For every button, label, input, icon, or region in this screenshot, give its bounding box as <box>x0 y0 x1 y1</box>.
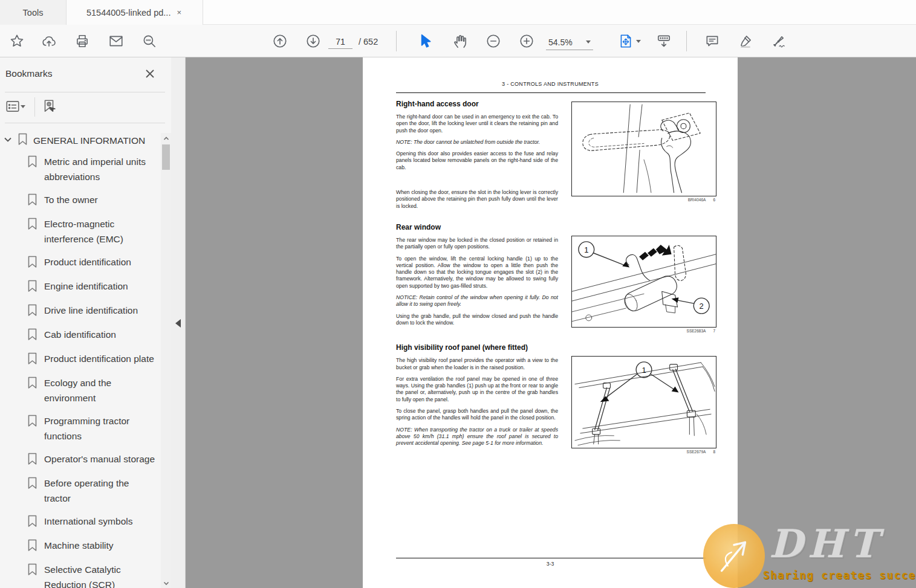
bookmark-item-label: Metric and imperial units abbreviations <box>44 154 158 184</box>
watermark-logo-text: DHT <box>769 521 883 566</box>
share-upload-icon[interactable] <box>41 33 57 49</box>
toolbar-divider <box>396 31 397 51</box>
section-heading: Rear window <box>396 223 558 231</box>
figure-access-door: BRI4046A 6 <box>571 102 716 202</box>
bookmark-item-label: Cab identification <box>44 327 116 342</box>
bookmark-item[interactable]: Electro-magnetic interference (EMC) <box>0 216 160 254</box>
bookmarks-panel-title: Bookmarks <box>5 68 53 79</box>
bookmark-item[interactable]: Cab identification <box>0 327 160 351</box>
hide-toolbar-icon[interactable] <box>656 33 672 49</box>
bookmark-item-label: Before operating the tractor <box>44 476 158 506</box>
bookmark-item-label: Programming tractor functions <box>44 413 158 444</box>
zoom-in-icon[interactable] <box>519 33 534 49</box>
bookmarks-close-icon[interactable] <box>145 68 155 79</box>
select-tool-cursor-icon[interactable] <box>417 33 433 49</box>
previous-page-icon[interactable] <box>272 33 288 49</box>
bookmark-options-icon[interactable] <box>5 99 21 114</box>
bookmark-item[interactable]: Engine identification <box>0 279 160 303</box>
divider <box>5 123 165 123</box>
fit-page-chevron-icon[interactable] <box>636 40 641 43</box>
zoom-level-dropdown[interactable]: 54.5% <box>546 34 593 50</box>
sign-pen-icon[interactable] <box>771 33 787 49</box>
figure-code: SSE2683A <box>687 329 706 333</box>
figure-code: BRI4046A <box>688 198 706 202</box>
watermark-logo-circle <box>703 524 765 588</box>
pdf-page: 3 - CONTROLS AND INSTRUMENTS Right-hand … <box>363 57 738 588</box>
bookmark-icon <box>27 351 37 367</box>
tab-close-icon[interactable]: × <box>175 8 183 17</box>
bookmark-item[interactable]: Ecology and the environment <box>0 375 160 413</box>
bookmark-item-label: Engine identification <box>44 279 128 294</box>
bookmark-icon <box>27 327 37 343</box>
text-column: Right-hand access doorThe right-hand doo… <box>396 100 558 452</box>
paragraph: For extra ventilation the roof panel may… <box>396 376 558 403</box>
paragraph: NOTE: When transporting the tractor on a… <box>396 427 558 447</box>
hand-tool-icon[interactable] <box>452 33 468 49</box>
paragraph: To open the window, lift the central loc… <box>396 256 558 289</box>
expand-current-bookmark-icon[interactable] <box>41 99 57 114</box>
bookmark-icon <box>27 216 37 233</box>
figure-rear-window: 1 2 SSE2683A 7 <box>571 236 716 333</box>
tab-tools[interactable]: Tools <box>0 0 67 25</box>
bookmark-item-label: To the owner <box>44 192 98 207</box>
figure-roof-panel: 1 SSE2679A 8 <box>571 356 716 454</box>
bookmark-item-label: Selective Catalytic Reduction (SCR) <box>44 562 158 588</box>
figure-code: SSE2679A <box>687 450 706 454</box>
bookmark-item-label: Ecology and the environment <box>44 375 158 405</box>
favorites-star-icon[interactable] <box>9 33 25 49</box>
bookmark-item[interactable]: Before operating the tractor <box>0 476 160 514</box>
bookmark-root-label: GENERAL INFORMATION <box>33 135 145 146</box>
figure-number: 7 <box>713 329 715 333</box>
next-page-icon[interactable] <box>305 33 321 49</box>
bookmark-root-general-information[interactable]: GENERAL INFORMATION <box>4 133 158 148</box>
bookmark-item-label: Product identification plate <box>44 351 154 366</box>
bookmark-icon <box>27 254 37 271</box>
tab-document[interactable]: 51544005-linked pd... × <box>67 0 203 25</box>
email-icon[interactable] <box>108 33 124 49</box>
bookmark-item[interactable]: Metric and imperial units abbreviations <box>0 154 160 192</box>
collapse-panel-icon[interactable] <box>175 319 181 328</box>
paragraph: Opening this door also provides easier a… <box>396 150 558 171</box>
fit-page-icon[interactable] <box>618 33 634 49</box>
scroll-down-icon[interactable] <box>161 578 171 588</box>
paragraph: NOTICE: Retain control of the window whe… <box>396 294 558 308</box>
find-search-icon[interactable] <box>141 33 157 49</box>
scrollbar-thumb[interactable] <box>162 144 170 170</box>
bookmark-item[interactable]: Programming tractor functions <box>0 413 160 451</box>
highlighter-icon[interactable] <box>738 33 753 49</box>
rear-window-illustration: 1 2 <box>572 236 716 326</box>
bookmark-item[interactable]: Operator's manual storage <box>0 451 160 476</box>
bookmark-item[interactable]: Product identification plate <box>0 351 160 375</box>
bookmark-icon <box>27 562 37 578</box>
tab-document-label: 51544005-linked pd... <box>86 8 171 18</box>
document-section: Rear windowThe rear window may be locked… <box>396 223 558 326</box>
zoom-out-icon[interactable] <box>486 33 501 49</box>
scroll-up-icon[interactable] <box>161 133 171 143</box>
bookmark-icon <box>27 192 37 208</box>
bookmark-icon <box>27 375 37 392</box>
page-number-input[interactable] <box>328 34 352 49</box>
bookmark-item[interactable]: International symbols <box>0 514 160 538</box>
sidebar-scrollbar[interactable] <box>161 133 171 588</box>
bookmark-item[interactable]: To the owner <box>0 192 160 216</box>
bookmark-options-chevron-icon[interactable] <box>21 105 25 108</box>
roof-panel-illustration: 1 <box>572 357 716 447</box>
bookmark-item-label: International symbols <box>44 514 132 529</box>
panel-splitter[interactable] <box>171 57 186 588</box>
watermark-tagline: Sharing creates success <box>763 569 916 581</box>
bookmark-item[interactable]: Machine stability <box>0 538 160 562</box>
svg-text:2: 2 <box>700 302 704 311</box>
bookmark-icon <box>27 451 37 468</box>
bookmark-item[interactable]: Selective Catalytic Reduction (SCR) <box>0 562 160 588</box>
bookmarks-panel: Bookmarks GENERAL INFORMATION Metric and… <box>0 57 171 588</box>
print-icon[interactable] <box>74 33 90 49</box>
bookmark-item-label: Operator's manual storage <box>44 451 155 467</box>
chevron-down-icon[interactable] <box>4 135 12 146</box>
bookmark-item[interactable]: Product identification <box>0 254 160 279</box>
document-viewer[interactable]: 3 - CONTROLS AND INSTRUMENTS Right-hand … <box>186 57 916 588</box>
bookmark-item[interactable]: Drive line identification <box>0 303 160 327</box>
footer-rule <box>396 558 706 558</box>
comment-icon[interactable] <box>704 33 720 49</box>
tab-tools-label: Tools <box>23 8 44 18</box>
bookmark-item-label: Electro-magnetic interference (EMC) <box>44 216 158 247</box>
